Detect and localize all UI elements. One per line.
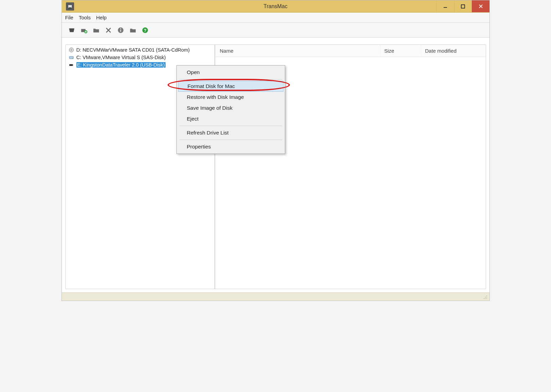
resize-grip-icon[interactable]: [483, 295, 487, 299]
column-date[interactable]: Date modified: [421, 45, 486, 57]
tree-item-label: E: KingstonDataTraveler 2.0 (USB-Disk): [76, 62, 166, 68]
statusbar: [62, 292, 489, 301]
svg-rect-8: [120, 30, 121, 32]
ctx-separator: [179, 126, 282, 126]
menu-file[interactable]: File: [65, 15, 73, 20]
folder2-icon[interactable]: [128, 25, 138, 35]
ctx-format-disk-for-mac[interactable]: Format Disk for Mac: [178, 81, 283, 92]
window-title: TransMac: [263, 3, 288, 10]
svg-point-23: [486, 298, 487, 299]
ctx-properties[interactable]: Properties: [177, 141, 284, 152]
disc-icon: [68, 47, 74, 53]
ctx-open[interactable]: Open: [177, 67, 284, 78]
ctx-separator: [179, 79, 282, 79]
menu-help[interactable]: Help: [96, 15, 107, 20]
svg-point-20: [486, 297, 487, 298]
svg-rect-3: [461, 5, 465, 8]
tree-item-c-drive[interactable]: C: VMware,VMware Virtual S (SAS-Disk): [68, 54, 212, 61]
svg-point-19: [485, 297, 486, 298]
delete-icon[interactable]: [103, 25, 114, 35]
maximize-button[interactable]: [454, 0, 472, 12]
ctx-save-image-of-disk[interactable]: Save Image of Disk: [177, 103, 284, 113]
svg-point-21: [484, 298, 484, 299]
svg-point-18: [486, 296, 487, 296]
svg-rect-17: [73, 65, 73, 66]
folder-icon[interactable]: [91, 25, 101, 35]
toolbar: ?: [62, 23, 489, 38]
content-area: D: NECVMWarVMware SATA CD01 (SATA-CdRom)…: [65, 44, 486, 289]
svg-point-13: [71, 50, 72, 51]
app-icon: [66, 2, 74, 11]
tree-item-label: D: NECVMWarVMware SATA CD01 (SATA-CdRom): [76, 47, 190, 53]
svg-rect-2: [444, 7, 447, 8]
add-drive-icon[interactable]: [79, 25, 89, 35]
list-header: Name Size Date modified: [215, 45, 486, 57]
column-size[interactable]: Size: [380, 45, 421, 57]
usb-icon: [68, 62, 74, 68]
ctx-separator: [179, 140, 282, 140]
info-icon[interactable]: [116, 25, 126, 35]
app-window: TransMac ✕ File Tools Help: [62, 0, 490, 301]
column-name[interactable]: Name: [215, 45, 380, 57]
svg-point-22: [485, 298, 486, 299]
open-drive-icon[interactable]: [67, 25, 77, 35]
svg-rect-1: [69, 7, 71, 8]
ctx-restore-with-disk-image[interactable]: Restore with Disk Image: [177, 92, 284, 103]
svg-point-9: [120, 28, 121, 29]
tree-item-d-drive[interactable]: D: NECVMWarVMware SATA CD01 (SATA-CdRom): [68, 46, 212, 54]
menu-tools[interactable]: Tools: [79, 15, 91, 20]
minimize-button[interactable]: [436, 0, 454, 12]
svg-point-15: [72, 58, 73, 58]
ctx-eject[interactable]: Eject: [177, 113, 284, 124]
svg-rect-16: [69, 64, 73, 66]
tree-item-label: C: VMware,VMware Virtual S (SAS-Disk): [76, 55, 166, 60]
menubar: File Tools Help: [62, 13, 489, 23]
window-controls: ✕: [436, 0, 489, 12]
ctx-refresh-drive-list[interactable]: Refresh Drive List: [177, 127, 284, 138]
titlebar: TransMac ✕: [62, 0, 489, 13]
close-button[interactable]: ✕: [472, 0, 489, 12]
svg-rect-4: [69, 28, 74, 29]
help-icon[interactable]: ?: [140, 25, 150, 35]
content-wrap: D: NECVMWarVMware SATA CD01 (SATA-CdRom)…: [62, 38, 489, 292]
context-menu: Open Format Disk for Mac Restore with Di…: [176, 65, 285, 154]
svg-text:?: ?: [144, 28, 147, 33]
hdd-icon: [68, 54, 74, 60]
